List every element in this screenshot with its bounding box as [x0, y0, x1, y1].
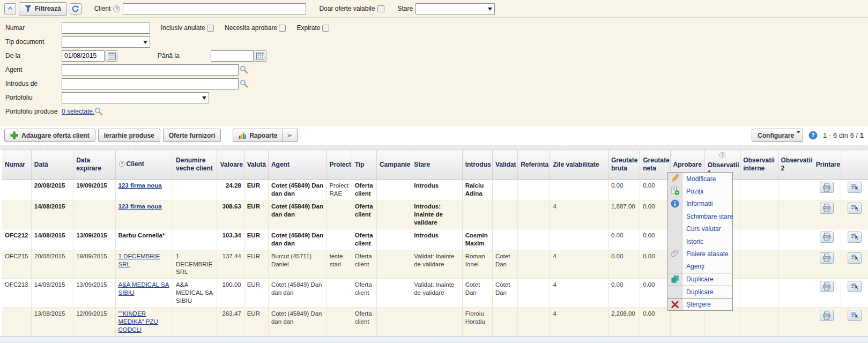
cell-data: 13/08/2015 [31, 308, 73, 336]
print-button[interactable] [820, 232, 834, 243]
help-icon[interactable]: ? [808, 131, 818, 140]
supplier-offers-button[interactable]: Oferte furnizori [163, 129, 221, 142]
col-header-greutate_neta[interactable]: Greutate neta [640, 150, 670, 180]
menu-item-duplicare-1[interactable]: Duplicare [668, 273, 732, 285]
col-header-tip[interactable]: Tip [352, 150, 376, 180]
row-actions-button[interactable] [848, 203, 862, 214]
print-button[interactable] [820, 310, 834, 321]
col-header-client[interactable]: ?Client [115, 150, 173, 180]
client-link[interactable]: 123 firma noua [118, 203, 162, 210]
col-header-validat[interactable]: Validat [492, 150, 517, 180]
introdus-de-input[interactable] [62, 78, 239, 90]
row-actions-button[interactable] [848, 252, 862, 264]
expirate-checkbox[interactable] [322, 25, 329, 32]
row-actions-button[interactable] [848, 182, 862, 193]
client-link[interactable]: 123 firma noua [118, 182, 162, 189]
necesita-aprobare-checkbox[interactable] [279, 25, 286, 32]
cell-valoare: 308.63 [217, 200, 244, 229]
col-header-observatii_interne[interactable]: Observatii interne [740, 150, 778, 180]
cell-introdus [462, 200, 492, 229]
cell-printare [813, 229, 841, 250]
reports-arrow-button[interactable] [283, 129, 298, 142]
results-summary: 1 - 6 din 6 / 1 [823, 131, 864, 139]
portofoliu-produse-search-icon[interactable] [94, 107, 103, 116]
col-header-referinta[interactable]: Referinta [518, 150, 550, 180]
col-header-greutate_bruta[interactable]: Greutate bruta [608, 150, 640, 180]
col-header-proiect[interactable]: Proiect [327, 150, 352, 180]
toolbar: Adaugare oferta client Ierarhie produse … [0, 126, 868, 144]
agent-input[interactable] [62, 64, 239, 76]
menu-item-modificare[interactable]: Modificare [668, 173, 732, 185]
introdus-de-search-icon[interactable] [240, 79, 248, 88]
portofoliu-select[interactable] [62, 92, 209, 103]
client-input[interactable] [123, 3, 306, 14]
menu-item-fisiere-atasate[interactable]: Fisiere atasate [668, 248, 732, 260]
print-button[interactable] [820, 182, 834, 193]
print-button[interactable] [820, 203, 834, 214]
col-header-observatii_2[interactable]: Observatii 2 [778, 150, 813, 180]
doar-oferte-checkbox[interactable] [377, 5, 384, 12]
client-link[interactable]: ""KINDER MEDIKA" PZU CODCLI [118, 310, 158, 333]
configurare-button[interactable]: Configurare [752, 129, 803, 142]
col-header-numar[interactable]: Numar [2, 150, 31, 180]
add-offer-button[interactable]: Adaugare oferta client [4, 129, 95, 142]
stare-select[interactable] [416, 3, 495, 14]
col-header-data[interactable]: Dată [31, 150, 73, 180]
client-help-icon[interactable]: ? [113, 5, 120, 12]
col-header-campanie[interactable]: Campanie [376, 150, 411, 180]
menu-item-istoric[interactable]: Istoric [668, 235, 732, 248]
menu-item-pozitii[interactable]: Poziții [668, 185, 732, 197]
col-header-data_expirare[interactable]: Data expirare [73, 150, 115, 180]
pana-la-calendar-button[interactable] [255, 50, 266, 62]
menu-item-agenti[interactable]: Agenți [668, 260, 732, 273]
col-header-agent[interactable]: Agent [268, 150, 327, 180]
cell-denumire_veche: A&A MEDICAL SA SIBIU [173, 279, 217, 308]
col-header-actiuni[interactable] [841, 150, 868, 180]
refresh-button[interactable] [70, 3, 81, 14]
row-actions-button[interactable] [848, 310, 862, 321]
col-header-stare[interactable]: Stare [411, 150, 462, 180]
cell-valuta: EUR [244, 308, 268, 336]
row-actions-button[interactable] [848, 281, 862, 292]
menu-item-schimbare-stare[interactable]: Schimbare stare [668, 210, 732, 222]
collapse-filter-button[interactable] [4, 3, 16, 14]
portofoliu-produse-link[interactable]: 0 selectate. [62, 108, 94, 115]
doar-oferte-label: Doar oferte valabile [319, 5, 375, 12]
menu-item-duplicare-2[interactable]: Duplicare [668, 286, 732, 298]
numar-input[interactable] [62, 23, 150, 34]
print-button[interactable] [820, 281, 834, 292]
inclusiv-anulate-checkbox[interactable] [207, 25, 214, 32]
col-header-denumire_veche[interactable]: Denumire veche client [173, 150, 217, 180]
print-button[interactable] [820, 252, 834, 264]
col-header-printare[interactable]: Printare [813, 150, 841, 180]
cell-referinta [518, 229, 550, 250]
pana-la-input[interactable] [211, 50, 254, 62]
col-header-introdus[interactable]: Introdus [462, 150, 492, 180]
menu-item-informatii[interactable]: Informatii [668, 198, 732, 210]
cell-stare: Validat: Inainte de validare [411, 250, 462, 279]
col-header-label: Aprobare [673, 161, 702, 168]
cell-stare: Introdus [411, 229, 462, 250]
menu-item-stergere[interactable]: Ștergere [668, 298, 732, 310]
reports-button[interactable]: Rapoarte [233, 129, 283, 142]
cell-valuta: EUR [244, 279, 268, 308]
observatii-help-icon[interactable]: ? [708, 152, 737, 161]
cell-actiuni [841, 229, 868, 250]
filter-top-bar: Filtrează Client ? Doar oferte valabile … [0, 0, 868, 18]
client-col-help-icon[interactable]: ? [118, 161, 125, 169]
col-header-zile[interactable]: Zile valabilitate [550, 150, 609, 180]
agent-search-icon[interactable] [240, 65, 248, 74]
de-la-input[interactable] [62, 50, 105, 62]
client-link[interactable]: A&A MEDICAL SA SIBIU [118, 281, 169, 296]
de-la-calendar-button[interactable] [106, 50, 117, 62]
hierarchy-button[interactable]: Ierarhie produse [98, 129, 160, 142]
col-header-valuta[interactable]: Valută [244, 150, 268, 180]
row-actions-button[interactable] [848, 232, 862, 243]
chevron-down-icon [796, 131, 800, 133]
tip-document-select[interactable] [62, 36, 150, 48]
filtreaza-button[interactable]: Filtrează [19, 2, 67, 16]
client-link[interactable]: 1 DECEMBRIE SRL [118, 253, 160, 267]
col-header-valoare[interactable]: Valoare [217, 150, 244, 180]
menu-item-curs-valutar[interactable]: Curs valutar [668, 223, 732, 235]
col-header-label: Client [127, 160, 144, 168]
